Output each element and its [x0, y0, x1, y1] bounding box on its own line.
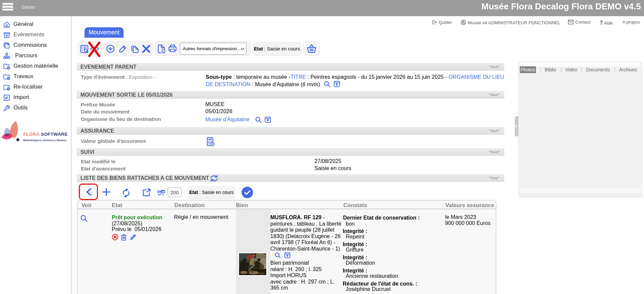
svg-text:FLORA SOFTWARE: FLORA SOFTWARE	[23, 132, 68, 137]
svg-text:Bibliothèques | Archives | Mus: Bibliothèques | Archives | Musées	[23, 139, 67, 142]
